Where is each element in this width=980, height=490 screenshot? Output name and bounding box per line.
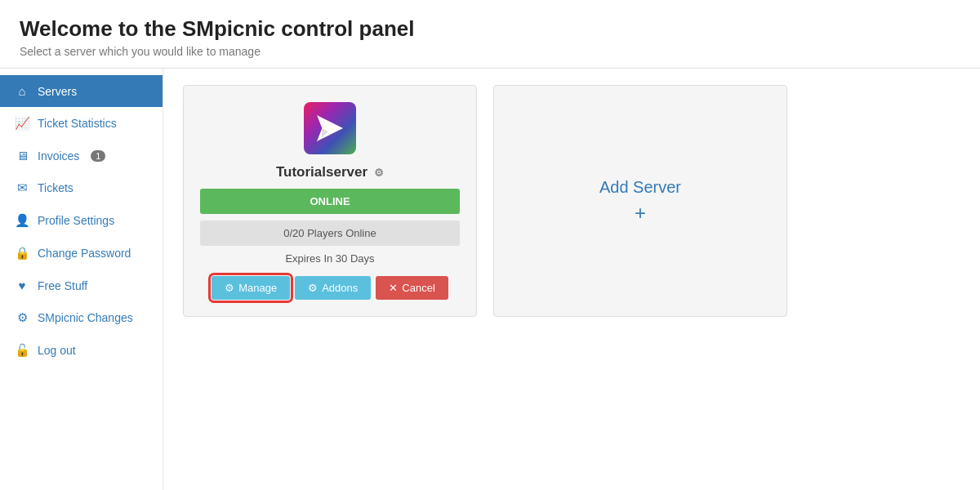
sidebar-item-tickets[interactable]: ✉ Tickets [0, 172, 163, 204]
expires-text: Expires In 30 Days [200, 252, 460, 265]
home-icon: ⌂ [15, 84, 29, 98]
monitor-icon: 🖥 [15, 149, 29, 163]
plus-icon: + [599, 202, 681, 225]
sidebar-item-profile-settings[interactable]: 👤 Profile Settings [0, 204, 163, 237]
sidebar: ⌂ Servers 📈 Ticket Statistics 🖥 Invoices… [0, 69, 163, 490]
add-server-title: Add Server [599, 178, 681, 197]
layout: ⌂ Servers 📈 Ticket Statistics 🖥 Invoices… [0, 69, 980, 490]
players-online: 0/20 Players Online [200, 220, 460, 246]
sidebar-item-servers[interactable]: ⌂ Servers [0, 75, 163, 107]
sidebar-item-log-out[interactable]: 🔓 Log out [0, 334, 163, 367]
manage-button[interactable]: ⚙ Manage [212, 276, 290, 300]
card-buttons: ⚙ Manage ⚙ Addons ✕ Cancel [200, 276, 460, 300]
sidebar-item-ticket-statistics[interactable]: 📈 Ticket Statistics [0, 107, 163, 140]
server-card: Tutorialserver ⚙ ONLINE 0/20 Players Onl… [183, 85, 477, 317]
page-subtitle: Select a server which you would like to … [20, 45, 960, 58]
server-logo-bg [304, 102, 356, 154]
server-status: ONLINE [200, 189, 460, 214]
svg-marker-0 [317, 115, 343, 141]
envelope-icon: ✉ [15, 180, 29, 195]
main-content: Tutorialserver ⚙ ONLINE 0/20 Players Onl… [163, 69, 980, 490]
cards-row: Tutorialserver ⚙ ONLINE 0/20 Players Onl… [183, 85, 960, 317]
gear-nav-icon: ⚙ [15, 310, 29, 325]
sidebar-item-smpicnic-changes[interactable]: ⚙ SMpicnic Changes [0, 301, 163, 334]
server-name-text: Tutorialserver [276, 164, 368, 180]
page-title: Welcome to the SMpicnic control panel [20, 16, 960, 42]
user-icon: 👤 [15, 213, 29, 228]
invoices-badge: 1 [91, 150, 105, 162]
chart-icon: 📈 [15, 116, 29, 131]
cancel-button[interactable]: ✕ Cancel [376, 276, 448, 300]
lock-icon: 🔒 [15, 246, 29, 261]
heart-icon: ♥ [15, 278, 29, 292]
add-server-card[interactable]: Add Server + [493, 85, 787, 317]
server-settings-icon[interactable]: ⚙ [374, 167, 384, 179]
cancel-icon: ✕ [389, 282, 398, 294]
addons-icon: ⚙ [308, 282, 318, 294]
gear-btn-icon: ⚙ [225, 282, 234, 294]
page-header: Welcome to the SMpicnic control panel Se… [0, 0, 980, 69]
addons-button[interactable]: ⚙ Addons [295, 276, 371, 300]
paper-plane-icon [315, 114, 345, 143]
sidebar-item-invoices[interactable]: 🖥 Invoices 1 [0, 140, 163, 172]
sidebar-item-change-password[interactable]: 🔒 Change Password [0, 237, 163, 270]
add-server-inner: Add Server + [599, 178, 681, 225]
sidebar-item-free-stuff[interactable]: ♥ Free Stuff [0, 270, 163, 301]
server-logo [304, 102, 356, 154]
logout-icon: 🔓 [15, 343, 29, 358]
server-name-row: Tutorialserver ⚙ [200, 164, 460, 180]
